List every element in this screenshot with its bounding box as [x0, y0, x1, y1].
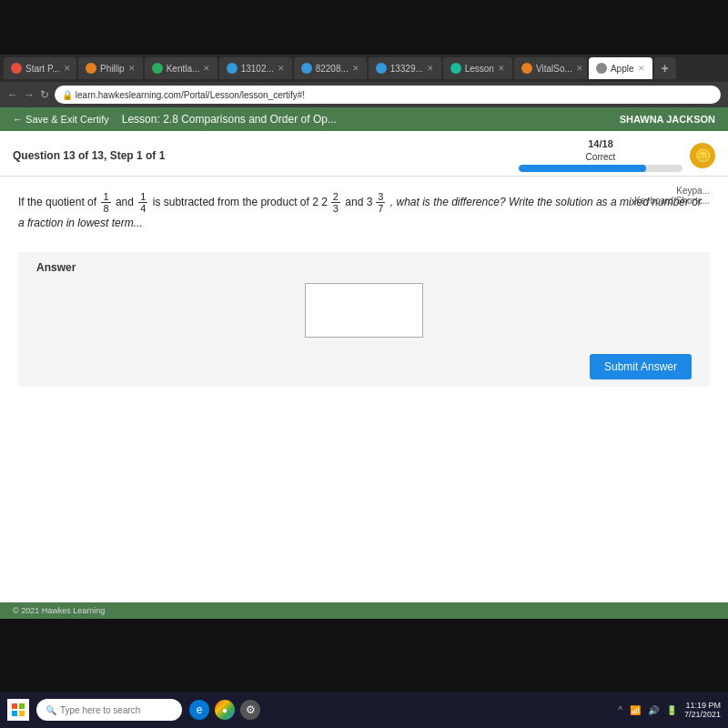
question-text: If the quotient of 1 8 and 1 4 is subtra…: [18, 191, 710, 234]
tab-label-fb3: 13329...: [390, 64, 423, 74]
fraction-2: 1 4: [138, 191, 147, 214]
q-text-and: and: [116, 196, 134, 208]
frac1-denominator: 8: [101, 203, 110, 214]
url-text: learn.hawkeslearning.com/Portal/Lesson/l…: [76, 90, 305, 100]
tab-close-fb2[interactable]: ✕: [352, 64, 359, 73]
tab-icon-vital: [521, 63, 532, 74]
settings-icon[interactable]: ⚙: [240, 700, 260, 720]
chrome-icon[interactable]: ●: [215, 700, 235, 720]
q-text-prefix: If the quotient of: [18, 196, 96, 208]
windows-icon: [12, 703, 25, 716]
frac2-numerator: 1: [138, 191, 147, 203]
taskbar-icons: e ● ⚙: [189, 700, 260, 720]
tab-label-vital: VitalSo...: [536, 64, 572, 74]
keyboard-shortcut-label[interactable]: Keyboard Shortc...: [634, 196, 710, 206]
answer-label: Answer: [36, 261, 692, 274]
address-bar[interactable]: 🔒 learn.hawkeslearning.com/Portal/Lesson…: [55, 86, 721, 104]
tab-close-apple[interactable]: ✕: [638, 64, 645, 73]
tab-phillip[interactable]: Phillip ✕: [78, 57, 143, 79]
keypad-area: Keypa... Keyboard Shortc...: [634, 186, 710, 206]
tab-close-fb3[interactable]: ✕: [427, 64, 434, 73]
tab-label-apple: Apple: [611, 64, 634, 74]
correct-label: Correct: [586, 152, 616, 162]
save-exit-button[interactable]: ← Save & Exit Certify: [13, 114, 109, 125]
progress-section: 14/18 Correct: [519, 138, 682, 172]
clock-date: 7/21/2021: [684, 710, 721, 719]
tab-start[interactable]: Start P... ✕: [4, 57, 76, 79]
forward-button[interactable]: →: [24, 88, 35, 101]
tab-label-fb1: 13102...: [241, 64, 274, 74]
question-body: If the quotient of 1 8 and 1 4 is subtra…: [0, 177, 728, 602]
tab-fb3[interactable]: 13329... ✕: [369, 57, 441, 79]
progress-bar-container: [519, 165, 682, 172]
lock-icon: 🔒: [62, 90, 73, 100]
svg-rect-0: [12, 703, 17, 709]
tab-icon-kentla: [152, 63, 163, 74]
mixed1-whole: 2: [321, 193, 328, 213]
tab-label-start: Start P...: [25, 64, 60, 74]
tab-apple[interactable]: Apple ✕: [589, 57, 652, 79]
tab-close-start[interactable]: ✕: [64, 64, 71, 73]
taskbar-time-date: 11:19 PM 7/21/2021: [684, 701, 721, 719]
start-button[interactable]: [7, 699, 29, 721]
coin-icon: 🪙: [690, 143, 715, 168]
search-input[interactable]: [60, 705, 169, 715]
battery-icon: 🔋: [666, 705, 677, 715]
system-tray-up-icon[interactable]: ^: [618, 705, 622, 715]
copyright-text: © 2021 Hawkes Learning: [13, 606, 105, 615]
tab-bar: Start P... ✕ Phillip ✕ Kentla... ✕ 13102…: [0, 55, 728, 82]
keypad-label[interactable]: Keypa...: [634, 186, 710, 196]
svg-rect-2: [12, 711, 17, 716]
mixed2-frac: 3 7: [376, 191, 385, 214]
progress-fraction: 14/18: [588, 138, 613, 149]
question-label: Question 13 of 13, Step 1 of 1: [13, 149, 165, 162]
submit-answer-button[interactable]: Submit Answer: [590, 354, 692, 379]
footer: © 2021 Hawkes Learning: [0, 602, 728, 619]
tab-icon-apple: [596, 63, 607, 74]
tab-close-kentla[interactable]: ✕: [203, 64, 210, 73]
progress-bar-fill: [519, 165, 646, 172]
tab-close-vital[interactable]: ✕: [576, 64, 583, 73]
tab-fb1[interactable]: 13102... ✕: [219, 57, 292, 79]
header-left: ← Save & Exit Certify Lesson: 2.8 Compar…: [13, 113, 337, 126]
clock-time: 11:19 PM: [684, 701, 721, 710]
tab-label-phillip: Phillip: [100, 64, 125, 74]
tab-vital[interactable]: VitalSo... ✕: [514, 57, 587, 79]
save-exit-label: ← Save & Exit Certify: [13, 114, 109, 125]
answer-input-box[interactable]: [305, 283, 423, 338]
taskbar-search-box[interactable]: 🔍: [36, 699, 182, 721]
user-name: SHAWNA JACKSON: [620, 114, 715, 125]
edge-icon[interactable]: e: [189, 700, 209, 720]
tab-icon-start: [11, 63, 22, 74]
svg-rect-3: [19, 711, 25, 716]
tab-lesson[interactable]: Lesson ✕: [443, 57, 512, 79]
svg-rect-1: [19, 703, 25, 709]
tab-label-kentla: Kentla...: [167, 64, 200, 74]
main-content: Question 13 of 13, Step 1 of 1 14/18 Cor…: [0, 131, 728, 619]
question-info-row: Question 13 of 13, Step 1 of 1 14/18 Cor…: [0, 131, 728, 177]
lesson-header: ← Save & Exit Certify Lesson: 2.8 Compar…: [0, 107, 728, 131]
back-button[interactable]: ←: [7, 88, 18, 101]
tab-kentla[interactable]: Kentla... ✕: [145, 57, 217, 79]
mixed1-num: 2: [331, 191, 340, 203]
tab-close-lesson[interactable]: ✕: [498, 64, 505, 73]
mixed2-whole: 3: [367, 193, 373, 213]
lesson-title: Lesson: 2.8 Comparisons and Order of Op.…: [122, 113, 337, 126]
tab-icon-phillip: [86, 63, 96, 74]
frac1-numerator: 1: [101, 191, 110, 203]
tab-label-fb2: 82208...: [316, 64, 349, 74]
tab-fb2[interactable]: 82208... ✕: [294, 57, 367, 79]
frac2-denominator: 4: [138, 203, 147, 214]
tab-new[interactable]: +: [654, 57, 676, 79]
answer-section: Answer: [18, 252, 710, 347]
address-bar-row: ← → ↻ 🔒 learn.hawkeslearning.com/Portal/…: [0, 82, 728, 107]
tab-close-phillip[interactable]: ✕: [128, 64, 136, 73]
tab-icon-fb2: [301, 63, 312, 74]
refresh-button[interactable]: ↻: [40, 88, 49, 101]
mixed1-den: 3: [331, 203, 340, 214]
mixed2-num: 3: [376, 191, 385, 203]
progress-row: 14/18 Correct 🪙: [519, 138, 715, 172]
tab-close-fb1[interactable]: ✕: [278, 64, 285, 73]
tab-icon-fb3: [376, 63, 387, 74]
network-icon: 📶: [630, 705, 641, 715]
